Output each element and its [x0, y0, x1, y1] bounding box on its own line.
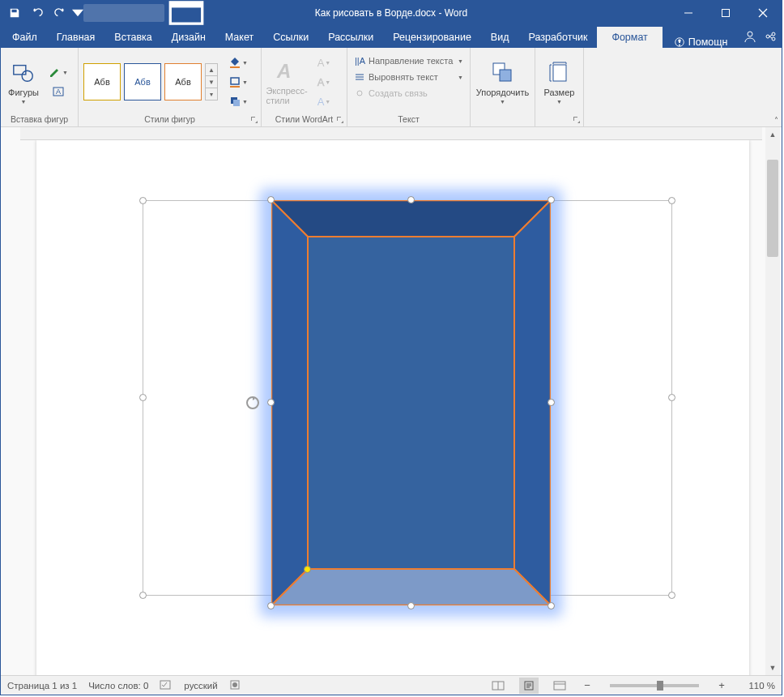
text-outline-button: A▼ — [310, 73, 338, 91]
collapse-ribbon-button[interactable]: ˄ — [774, 116, 778, 125]
ribbon-display-options[interactable] — [168, 1, 205, 25]
svg-text:||A: ||A — [355, 56, 365, 66]
dialog-launcher-icon[interactable] — [250, 116, 258, 124]
quick-styles-label: Экспресс-стили — [266, 86, 307, 105]
maximize-button[interactable] — [707, 1, 744, 25]
account-icon[interactable] — [739, 25, 760, 48]
create-link-label: Создать связь — [369, 88, 428, 98]
arrange-button[interactable]: Упорядочить ▼ — [483, 54, 523, 109]
shape-outline-button[interactable]: ▼ — [224, 73, 252, 91]
tab-home[interactable]: Главная — [47, 27, 105, 48]
tab-developer[interactable]: Разработчик — [518, 27, 597, 48]
svg-point-8 — [22, 71, 32, 81]
document-area: ▲ ▼ — [1, 127, 782, 675]
tab-view[interactable]: Вид — [481, 27, 519, 48]
size-label: Размер — [544, 88, 575, 97]
shape-selection[interactable] — [271, 200, 551, 605]
tab-references[interactable]: Ссылки — [263, 27, 318, 48]
align-text-button[interactable]: Выровнять текст▼ — [352, 71, 465, 83]
svg-rect-33 — [554, 682, 565, 690]
save-button[interactable] — [4, 2, 25, 24]
tell-me-label: Помощн — [688, 36, 728, 48]
qat-customize[interactable] — [72, 2, 83, 24]
shapes-label: Фигуры — [8, 88, 39, 97]
tell-me[interactable]: Помощн — [663, 36, 739, 48]
svg-rect-15 — [233, 100, 240, 106]
shape-style-2[interactable]: Абв — [124, 63, 161, 100]
shape-fill-button[interactable]: ▼ — [224, 53, 252, 71]
group-label-text: Текст — [347, 113, 470, 126]
svg-rect-4 — [722, 10, 730, 17]
tab-file[interactable]: Файл — [2, 27, 47, 48]
redo-button[interactable] — [49, 2, 70, 24]
text-direction-button[interactable]: ||A Направление текста▼ — [352, 54, 465, 67]
tab-design[interactable]: Дизайн — [162, 27, 215, 48]
svg-rect-3 — [170, 2, 202, 8]
group-label-insert: Вставка фигур — [1, 113, 78, 126]
svg-text:A: A — [276, 60, 291, 82]
status-bar: Страница 1 из 1 Число слов: 0 русский − … — [1, 675, 782, 695]
size-button[interactable]: Размер ▼ — [540, 54, 578, 109]
adjustment-handle[interactable] — [304, 566, 311, 573]
svg-rect-12 — [231, 78, 239, 84]
draw-textbox-button[interactable]: A — [45, 83, 72, 100]
arrange-label: Упорядочить — [476, 88, 529, 97]
dialog-launcher-icon[interactable] — [336, 116, 344, 124]
horizontal-ruler[interactable] — [20, 127, 762, 140]
word-count[interactable]: Число слов: 0 — [88, 681, 148, 691]
web-layout-button[interactable] — [550, 678, 569, 694]
macro-record-icon[interactable] — [229, 679, 241, 692]
create-link-button: Создать связь — [352, 87, 465, 100]
vertical-scrollbar[interactable]: ▲ ▼ — [765, 127, 780, 675]
zoom-slider[interactable] — [610, 684, 699, 687]
spellcheck-icon[interactable] — [160, 679, 173, 692]
close-button[interactable] — [744, 1, 782, 25]
group-label-wordart: Стили WordArt — [275, 114, 333, 124]
tab-review[interactable]: Рецензирование — [383, 27, 481, 48]
shapes-button[interactable]: Фигуры ▼ — [6, 54, 41, 109]
share-icon[interactable] — [761, 25, 782, 48]
group-label-styles: Стили фигур — [144, 114, 194, 124]
text-direction-label: Направление текста — [369, 56, 453, 66]
edit-shape-button[interactable]: ▼ — [45, 63, 72, 81]
svg-rect-19 — [500, 70, 511, 81]
shape-style-3[interactable]: Абв — [164, 63, 202, 100]
page[interactable] — [36, 140, 749, 675]
zoom-out-button[interactable]: − — [581, 679, 594, 691]
user-account[interactable] — [83, 4, 164, 22]
window-title: Как рисовать в Ворде.docx - Word — [315, 7, 467, 19]
svg-rect-11 — [230, 66, 240, 68]
rotation-handle[interactable] — [245, 396, 260, 410]
group-label-size — [535, 113, 583, 126]
page-indicator[interactable]: Страница 1 из 1 — [7, 681, 77, 691]
scrollbar-thumb[interactable] — [767, 160, 778, 257]
zoom-level[interactable]: 110 % — [739, 681, 775, 691]
shape-effects-button[interactable]: ▼ — [224, 92, 252, 110]
text-effects-button: A▼ — [310, 92, 338, 110]
zoom-in-button[interactable]: + — [715, 679, 728, 691]
svg-point-30 — [232, 682, 237, 687]
title-bar: Как рисовать в Ворде.docx - Word — [1, 1, 782, 25]
read-mode-button[interactable] — [488, 678, 508, 694]
ribbon: Фигуры ▼ ▼ A Вставка фигур Абв Абв Абв ▲… — [1, 48, 782, 127]
svg-rect-7 — [14, 65, 26, 74]
ribbon-tabs: Файл Главная Вставка Дизайн Макет Ссылки… — [1, 25, 782, 48]
svg-rect-20 — [553, 65, 566, 81]
svg-point-6 — [748, 32, 752, 36]
undo-button[interactable] — [27, 2, 48, 24]
language-indicator[interactable]: русский — [184, 681, 217, 691]
tab-layout[interactable]: Макет — [215, 27, 263, 48]
tab-mailings[interactable]: Рассылки — [318, 27, 383, 48]
align-text-label: Выровнять текст — [369, 72, 438, 82]
tab-format[interactable]: Формат — [597, 27, 662, 48]
text-fill-button: A▼ — [310, 53, 338, 71]
print-layout-button[interactable] — [519, 678, 539, 694]
minimize-button[interactable] — [670, 1, 707, 25]
dialog-launcher-icon[interactable] — [573, 116, 581, 124]
tab-insert[interactable]: Вставка — [104, 27, 161, 48]
svg-rect-13 — [230, 86, 240, 88]
style-gallery-scroll[interactable]: ▲▼▾ — [205, 63, 218, 100]
group-label-arrange — [471, 113, 535, 126]
shape-style-1[interactable]: Абв — [83, 63, 121, 100]
svg-text:A: A — [56, 88, 61, 96]
